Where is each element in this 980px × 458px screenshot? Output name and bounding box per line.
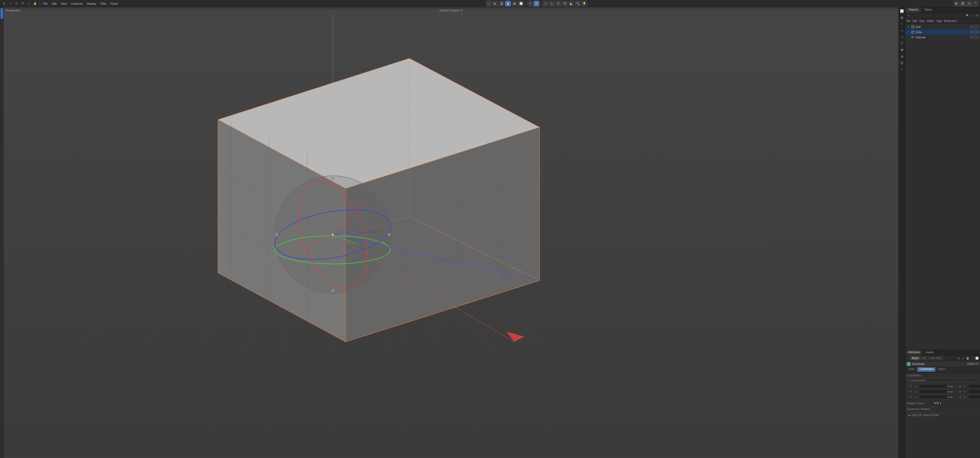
- attribute-manager-btn[interactable]: ▣: [899, 15, 905, 21]
- cube-check2[interactable]: [973, 31, 976, 34]
- light-btn[interactable]: 💡: [581, 1, 587, 6]
- sim-btn[interactable]: ⌛: [499, 1, 504, 6]
- render2-icon-btn[interactable]: ✶: [899, 66, 905, 72]
- null-icons: ✓: [970, 26, 979, 28]
- cameras-menu[interactable]: Cameras: [70, 2, 84, 6]
- attr-menu-icon[interactable]: ≡: [907, 357, 909, 360]
- obj-view-menu[interactable]: View: [919, 20, 925, 22]
- text-tool-btn[interactable]: T: [899, 21, 905, 27]
- layers-tab[interactable]: Layers: [923, 350, 937, 355]
- play-btn[interactable]: ▶: [492, 1, 498, 6]
- sidebar-blue-btn[interactable]: [0, 8, 3, 19]
- polygon-btn[interactable]: ⬟: [899, 47, 905, 53]
- objects-tab[interactable]: Objects: [905, 7, 921, 13]
- object-tab[interactable]: Object: [936, 367, 947, 372]
- capsule-check3[interactable]: [976, 36, 979, 38]
- transform-collapse[interactable]: ▼: [907, 379, 909, 382]
- obj-search-icon[interactable]: 🔍: [966, 14, 970, 18]
- file-menu[interactable]: File: [41, 2, 49, 6]
- null-info-bar: Null [Null] Default ▼: [905, 361, 980, 367]
- material-btn[interactable]: ⬡: [899, 34, 905, 40]
- view-menu[interactable]: View: [59, 2, 69, 6]
- rp-input[interactable]: [968, 389, 980, 394]
- obj-bookmarks-menu[interactable]: Bookmarks: [944, 20, 957, 22]
- tree-item-cube[interactable]: Cube ✓: [905, 29, 980, 35]
- settings2-btn[interactable]: ⚙: [966, 1, 972, 6]
- wrench-btn[interactable]: 🔧: [575, 1, 581, 6]
- objects-section: Objects Takes ≡ 🔍 ▽ ⚙ File Edit View Obj…: [905, 7, 980, 349]
- obj-settings-icon[interactable]: ⚙: [975, 14, 979, 18]
- gear-btn[interactable]: ⚙: [555, 1, 561, 6]
- question-btn[interactable]: ?: [973, 1, 978, 6]
- py-input[interactable]: [919, 389, 954, 394]
- world-btn[interactable]: ◉: [899, 53, 905, 59]
- edit-menu[interactable]: Edit: [50, 2, 58, 6]
- rotate-btn[interactable]: ⟳: [542, 1, 548, 6]
- scene-settings-btn[interactable]: ⚙: [899, 41, 905, 46]
- px-input[interactable]: [919, 384, 954, 388]
- cube-check3[interactable]: [976, 31, 979, 34]
- pz-input[interactable]: [919, 395, 954, 399]
- rh-input[interactable]: [968, 384, 980, 388]
- app-menu-icon[interactable]: ≡: [2, 1, 7, 6]
- attr-lock-btn[interactable]: 🔒: [966, 356, 970, 361]
- preset-dropdown[interactable]: Default ▼: [967, 362, 978, 365]
- freeze-title[interactable]: ▶ FREEZE TRANSFORM: [908, 414, 977, 417]
- camera2-btn[interactable]: 🎥: [899, 60, 905, 65]
- object-manager-btn[interactable]: ⬜: [899, 8, 905, 14]
- basic-tab[interactable]: Basic: [907, 367, 917, 372]
- capsule-check1[interactable]: ✓: [970, 36, 973, 38]
- snap-btn[interactable]: ⬡: [486, 1, 492, 6]
- capsule-check2[interactable]: [973, 36, 976, 38]
- attr-back-btn[interactable]: ◀: [956, 356, 960, 361]
- z-axis-btn[interactable]: Z: [26, 1, 32, 6]
- left-sidebar: [0, 7, 4, 458]
- null-expand-icon[interactable]: ▼: [907, 25, 910, 29]
- grid-btn[interactable]: ▣: [512, 1, 517, 6]
- takes-tab[interactable]: Takes: [921, 7, 935, 13]
- user-data-tab[interactable]: User Data: [928, 356, 943, 360]
- obj-file-menu[interactable]: File: [907, 20, 910, 22]
- null-check3[interactable]: [976, 26, 979, 28]
- null-check1[interactable]: ✓: [970, 26, 973, 28]
- render2-btn[interactable]: 🖼: [960, 1, 966, 6]
- cube-check1[interactable]: ✓: [970, 31, 973, 34]
- obj-edit-menu[interactable]: Edit: [913, 20, 917, 22]
- obj-tags-menu[interactable]: Tags: [936, 20, 942, 22]
- tree-item-capsule[interactable]: Capsule ✓: [905, 35, 980, 40]
- attr-up-btn[interactable]: ▲: [961, 356, 965, 361]
- box-btn[interactable]: ⬜: [518, 1, 524, 6]
- obj-filter-icon[interactable]: ▽: [970, 14, 974, 18]
- panel-menu[interactable]: Panel: [109, 2, 119, 6]
- null-object-icon: [911, 25, 915, 29]
- attr-info-btn[interactable]: ℹ: [970, 356, 974, 361]
- transform-tool-btn[interactable]: ✦: [899, 28, 905, 34]
- obj-menu-icon[interactable]: ≡: [907, 14, 910, 18]
- move-btn[interactable]: ✛: [527, 1, 533, 6]
- rotation-order-dropdown[interactable]: HPB ▼: [932, 401, 943, 405]
- edit-tab[interactable]: Edit: [920, 356, 928, 360]
- null-check2[interactable]: [973, 26, 976, 28]
- mode-tab[interactable]: Mode: [910, 356, 920, 360]
- display-menu[interactable]: Display: [85, 2, 98, 6]
- render-icon-btn[interactable]: 📽: [953, 1, 959, 6]
- lock-icon[interactable]: 🔒: [33, 1, 38, 6]
- y-axis-btn[interactable]: Y: [20, 1, 25, 6]
- filter-menu[interactable]: Filter: [99, 2, 108, 6]
- quaternion-checkbox[interactable]: [931, 407, 934, 410]
- main-area: Perspective Default Camera ✈ Rotate (): [0, 7, 980, 458]
- tree-item-null[interactable]: ▼ Null ✓: [905, 24, 980, 29]
- attr-expand-btn[interactable]: ⬜: [975, 356, 979, 361]
- transform-btn[interactable]: H: [534, 1, 539, 6]
- render-btn[interactable]: ◉: [505, 1, 511, 6]
- coordinates-tab[interactable]: Coordinates: [917, 367, 935, 372]
- x-axis-btn[interactable]: X: [14, 1, 19, 6]
- cam-btn[interactable]: 📷: [562, 1, 568, 6]
- ring-btn[interactable]: ◎: [549, 1, 555, 6]
- ruler-btn[interactable]: 📐: [568, 1, 574, 6]
- attributes-tab[interactable]: Attributes: [905, 350, 923, 355]
- rb-input[interactable]: [968, 395, 980, 399]
- undo-icon[interactable]: ↩: [8, 1, 13, 6]
- obj-object-menu[interactable]: Object: [927, 20, 934, 22]
- viewport[interactable]: Perspective Default Camera ✈ Rotate (): [4, 7, 899, 458]
